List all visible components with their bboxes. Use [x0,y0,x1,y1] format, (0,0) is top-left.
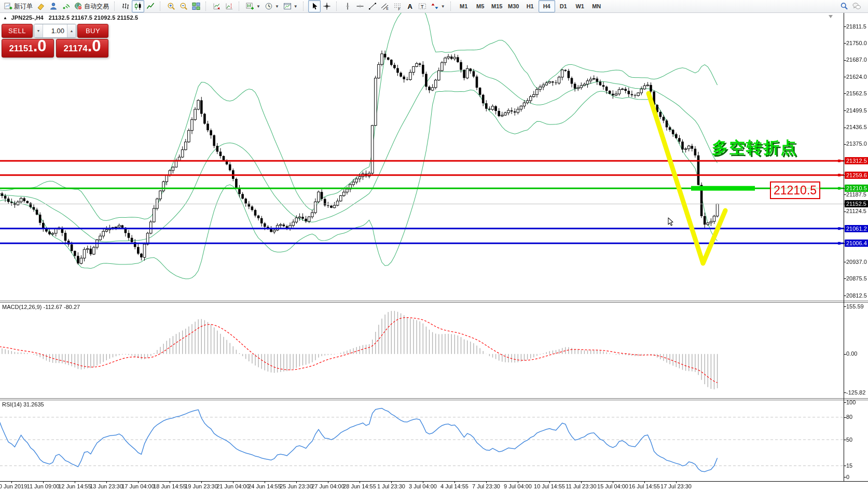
cursor-icon [310,2,319,10]
zoom-in-button[interactable] [165,0,177,12]
price-line-label: 21210.5 [845,185,868,192]
turning-point-annotation: 多空转折点 [712,137,797,159]
profile-icon [49,2,58,10]
sell-button[interactable]: SELL [2,24,33,38]
buy-price-main: 21174 [63,44,87,54]
bars-mode-icon [121,2,130,10]
chart-shift-icon [225,2,233,10]
timeframe-d1-button[interactable]: D1 [555,0,572,12]
timeframe-m1-button[interactable]: M1 [456,0,472,12]
price-tick-label: 21436.5 [846,124,867,130]
new-chart-button[interactable]: ▼ [244,0,263,12]
crosshair-icon [323,2,331,10]
sell-price-button[interactable]: 21151 .0 [2,39,54,58]
candles-mode-button[interactable] [132,0,144,12]
zoom-out-button[interactable] [177,0,190,12]
chart-canvas[interactable] [0,0,868,492]
toolbar-separator [450,2,453,11]
price-tick-label: 21124.5 [846,208,866,214]
timeframe-w1-button[interactable]: W1 [572,0,588,12]
autotrade-label: 自动交易 [84,2,109,11]
signal-button[interactable] [60,0,72,12]
price-target-box: 21210.5 [770,181,820,199]
toolbar-separator [239,2,242,11]
svg-text:A: A [407,3,412,10]
text-label-button[interactable]: T [416,0,429,12]
tile-windows-icon [192,2,200,10]
toolbar-separator [303,2,306,11]
toolbar-separator [336,2,339,11]
toolbar-separator [160,2,163,11]
chat-button[interactable] [850,0,863,12]
svg-text:T: T [421,4,424,9]
sell-price-main: 21151 [9,44,33,54]
main-toolbar: 新订单自动交易▼▼▼EFAT▼M1M5M15M30H1H4D1W1MN [0,0,868,13]
price-line-label: 21259.6 [845,172,868,179]
time-tick-label: 17 Jul 23:30 [657,483,695,489]
volume-decrease-button[interactable]: ▼ [34,24,43,37]
price-tick-label: 21375.0 [846,140,867,147]
price-tick-label: 21624.0 [846,74,867,80]
cursor-button[interactable] [308,0,321,12]
period-clock-button[interactable]: ▼ [263,0,281,12]
volume-value[interactable]: 1.00 [43,24,67,37]
new-chart-icon [246,2,254,10]
search-icon [840,2,848,10]
timeframe-m5-button[interactable]: M5 [472,0,489,12]
autotrade-button[interactable]: 自动交易 [72,0,111,12]
price-line-label: 21061.2 [845,225,868,232]
price-tick-label: 21750.0 [846,40,867,46]
macd-tick-label: -125.82 [846,389,865,396]
rsi-tick-label: 15 [846,462,852,469]
fibonacci-button[interactable]: F [391,0,404,12]
price-tick-label: 20812.5 [846,292,867,299]
search-button[interactable] [838,0,850,12]
buy-button[interactable]: BUY [77,24,108,38]
new-order-label: 新订单 [14,2,33,11]
svg-text:E: E [386,7,389,10]
macd-tick-label: 0.00 [846,350,857,357]
timeframe-m30-button[interactable]: M30 [505,0,522,12]
volume-increase-button[interactable]: ▲ [67,24,76,37]
toolbar-separator [114,2,117,11]
auto-scroll-button[interactable] [211,0,223,12]
rsi-tick-label: 100 [846,399,856,405]
dropdown-arrow-icon: ▼ [256,4,260,9]
eraser-button[interactable] [35,0,47,12]
toolbar-separator [205,2,209,11]
text-a-button[interactable]: A [404,0,416,12]
bars-mode-button[interactable] [119,0,132,12]
zoom-out-icon [180,2,188,10]
arrows-button[interactable]: ▼ [429,0,447,12]
tile-windows-button[interactable] [190,0,202,12]
timeframe-m15-button[interactable]: M15 [489,0,505,12]
macd-tick-label: 155.59 [846,303,864,310]
new-order-button[interactable]: 新订单 [2,0,35,12]
crosshair-button[interactable] [321,0,333,12]
chart-shift-button[interactable] [223,0,236,12]
price-line-label: 21152.5 [845,200,868,207]
line-mode-icon [146,2,155,10]
chat-icon [852,2,861,10]
profile-button[interactable] [47,0,60,12]
price-line-label: 21312.5 [845,157,868,164]
rsi-tick-label: 50 [846,437,852,443]
timeframe-h1-button[interactable]: H1 [522,0,539,12]
trendline-button[interactable] [366,0,379,12]
channel-icon: E [381,2,389,10]
price-tick-label: 21499.5 [846,107,867,114]
price-tick-label: 21562.5 [846,90,867,96]
timeframe-h4-button[interactable]: H4 [539,0,555,12]
hline-button[interactable] [354,0,366,12]
line-mode-button[interactable] [144,0,157,12]
channel-button[interactable]: E [379,0,391,12]
templates-button[interactable]: ▼ [281,0,300,12]
period-clock-icon [265,2,273,10]
buy-price-button[interactable]: 21174 .0 [56,39,108,58]
vline-button[interactable] [341,0,354,12]
svg-text:F: F [398,7,400,11]
dropdown-arrow-icon: ▼ [441,4,445,9]
eraser-icon [37,2,45,10]
timeframe-mn-button[interactable]: MN [588,0,605,12]
arrows-icon [431,2,439,10]
